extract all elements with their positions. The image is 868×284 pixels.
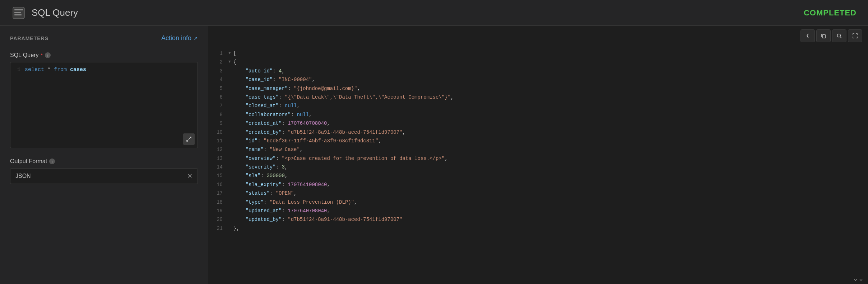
svg-rect-1 — [14, 9, 23, 10]
app-title: SQL Query — [32, 7, 78, 18]
line-number: 15 — [214, 172, 228, 180]
line-number: 7 — [214, 102, 228, 110]
sql-query-section: SQL Query * i 1 select * from cases — [10, 52, 198, 148]
json-line: 4 "case_id": "INC-00004", — [208, 75, 868, 84]
sql-query-label-text: SQL Query — [10, 52, 38, 58]
search-icon — [836, 33, 842, 39]
status-badge: COMPLETED — [804, 8, 857, 18]
line-arrow — [228, 181, 233, 181]
line-content: "name": "New Case", — [233, 146, 862, 153]
collapse-icon — [805, 33, 811, 39]
json-output-viewer[interactable]: 1▼[2▼{3 "auto_id": 4,4 "case_id": "INC-0… — [208, 46, 868, 273]
line-arrow — [228, 207, 233, 208]
code-line-1: 1 select * from cases — [15, 67, 193, 73]
json-line: 18 "type": "Data Loss Prevention (DLP)", — [208, 198, 868, 207]
keyword-from: from — [54, 67, 67, 73]
line-content: "collaborators": null, — [233, 111, 862, 119]
line-content: "case_id": "INC-00004", — [233, 76, 862, 84]
line-content: "type": "Data Loss Prevention (DLP)", — [233, 198, 862, 206]
json-line: 14 "severity": 3, — [208, 163, 868, 171]
output-format-info-icon[interactable]: i — [49, 158, 55, 164]
copy-button[interactable] — [816, 29, 831, 42]
line-content: "updated_at": 1707640708040, — [233, 207, 862, 215]
line-number: 18 — [214, 198, 228, 206]
line-content: "case_manager": "{johndoe@gmail.com}", — [233, 85, 862, 93]
line-number: 4 — [214, 76, 228, 84]
expand-editor-button[interactable] — [183, 133, 195, 145]
line-number: 11 — [214, 137, 228, 145]
svg-line-8 — [840, 37, 842, 38]
output-format-select[interactable]: JSON ✕ — [10, 168, 198, 184]
parameters-label: PARAMETERS — [10, 36, 48, 41]
sql-query-label: SQL Query * i — [10, 52, 198, 58]
line-arrow — [228, 67, 233, 68]
json-line: 19 "updated_at": 1707640708040, — [208, 207, 868, 215]
svg-rect-3 — [14, 14, 22, 15]
json-line: 7 "closed_at": null, — [208, 101, 868, 110]
line-arrow — [228, 76, 233, 76]
action-info-text: Action info — [161, 34, 191, 42]
line-arrow — [228, 93, 233, 94]
line-arrow — [228, 102, 233, 103]
line-number: 6 — [214, 93, 228, 101]
output-format-text: Output Format — [10, 158, 47, 165]
line-content: "created_by": "d7b51f24-8a91-448b-aced-7… — [233, 128, 862, 136]
line-number: 3 — [214, 67, 228, 75]
search-button[interactable] — [832, 29, 846, 42]
collapse-button[interactable] — [800, 29, 815, 42]
line-arrow[interactable]: ▼ — [228, 49, 233, 57]
keyword-star: * — [47, 67, 51, 73]
line-arrow — [228, 146, 233, 146]
json-line: 13 "overview": "<p>Case created for the … — [208, 154, 868, 163]
line-arrow — [228, 137, 233, 138]
json-line: 3 "auto_id": 4, — [208, 67, 868, 75]
line-content: [ — [233, 49, 862, 57]
line-content: "overview": "<p>Case created for the pre… — [233, 155, 862, 162]
line-number: 5 — [214, 85, 228, 93]
code-content-1: select * from cases — [25, 67, 86, 73]
json-line: 10 "created_by": "d7b51f24-8a91-448b-ace… — [208, 128, 868, 137]
line-number: 8 — [214, 111, 228, 119]
app-header: SQL Query COMPLETED — [0, 0, 868, 26]
sql-query-editor[interactable]: 1 select * from cases — [10, 62, 198, 148]
line-arrow — [228, 189, 233, 190]
json-line: 1▼[ — [208, 49, 868, 58]
line-content: "severity": 3, — [233, 163, 862, 171]
line-number: 13 — [214, 155, 228, 162]
json-line: 12 "name": "New Case", — [208, 145, 868, 154]
json-line: 16 "sla_expiry": 1707641008040, — [208, 180, 868, 189]
svg-rect-6 — [822, 35, 826, 38]
clear-output-format-button[interactable]: ✕ — [187, 172, 192, 180]
right-panel: 1▼[2▼{3 "auto_id": 4,4 "case_id": "INC-0… — [208, 26, 868, 284]
line-number: 12 — [214, 146, 228, 153]
line-arrow — [228, 198, 233, 199]
line-number: 9 — [214, 119, 228, 127]
line-arrow[interactable]: ▼ — [228, 58, 233, 65]
line-content: "updated_by": "d7b51f24-8a91-448b-aced-7… — [233, 216, 862, 223]
external-link-icon: ↗ — [194, 36, 198, 41]
line-content: "status": "OPEN", — [233, 189, 862, 197]
json-line: 5 "case_manager": "{johndoe@gmail.com}", — [208, 84, 868, 93]
header-left: SQL Query — [11, 6, 78, 20]
json-line: 9 "created_at": 1707640708040, — [208, 119, 868, 128]
keyword-select: select — [25, 67, 44, 73]
fullscreen-button[interactable] — [848, 29, 862, 42]
line-content: "sla": 300000, — [233, 172, 862, 180]
action-info-link[interactable]: Action info ↗ — [161, 34, 198, 42]
bottom-toolbar: ⌄⌄ — [208, 273, 868, 284]
right-toolbar — [208, 26, 868, 46]
required-indicator: * — [41, 52, 42, 58]
line-number: 14 — [214, 163, 228, 171]
line-number: 20 — [214, 216, 228, 223]
expand-all-button[interactable]: ⌄⌄ — [853, 275, 864, 283]
line-arrow — [228, 111, 233, 112]
line-number: 2 — [214, 58, 228, 66]
panel-header: PARAMETERS Action info ↗ — [10, 34, 198, 42]
line-arrow — [228, 172, 233, 172]
line-number-1: 1 — [15, 67, 20, 73]
line-arrow — [228, 85, 233, 85]
output-format-section: Output Format i JSON ✕ — [10, 158, 198, 184]
line-arrow — [228, 224, 233, 225]
fullscreen-icon — [852, 33, 858, 39]
sql-query-info-icon[interactable]: i — [45, 52, 51, 58]
